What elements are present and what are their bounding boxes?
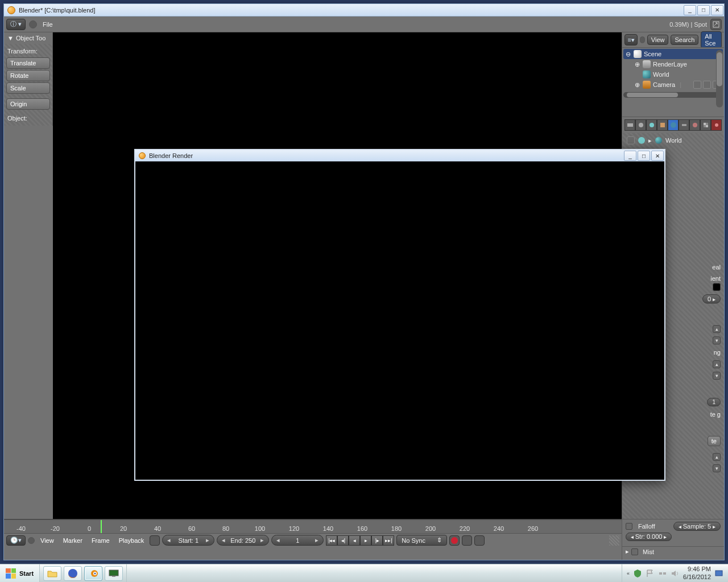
stepper-down-icon[interactable]: ▾ [713, 336, 721, 344]
info-editor-type-dropdown[interactable]: ⓘ ▾ [6, 19, 26, 30]
render-titlebar[interactable]: Blender Render _ □ ✕ [135, 150, 664, 161]
outliner-node-world[interactable]: World [632, 69, 723, 80]
timeline-menu-frame[interactable]: Frame [88, 536, 113, 545]
tray-expand-icon[interactable]: « [627, 571, 630, 576]
svg-point-2 [639, 123, 643, 127]
origin-button[interactable]: Origin [6, 98, 50, 110]
timeline-header: 🕒▾ View Marker Frame Playback ◂Start: 1▸… [4, 533, 622, 547]
tab-scene[interactable] [635, 119, 646, 131]
back-to-previous-icon[interactable] [710, 19, 722, 30]
toolshelf-header[interactable]: ▼ Object Too [4, 32, 52, 44]
str-field[interactable]: ◂ Str: 0.000 ▸ [626, 533, 672, 541]
stepper-up-icon[interactable]: ▴ [713, 453, 721, 461]
keying-set-icon-2[interactable] [474, 535, 485, 546]
play-reverse-button[interactable]: ◂ [349, 535, 360, 546]
show-desktop-icon[interactable] [714, 569, 723, 578]
expand-icon[interactable]: ⊕ [635, 81, 640, 89]
mist-checkbox[interactable] [631, 548, 638, 555]
disclosure-icon[interactable]: ▸ [626, 548, 629, 555]
minimize-button[interactable]: _ [684, 5, 696, 15]
outliner-display-mode[interactable]: All Sce [701, 31, 722, 48]
stepper-up-icon[interactable]: ▴ [713, 360, 721, 368]
tab-object[interactable] [657, 119, 668, 131]
world-bread-icon[interactable] [655, 137, 662, 144]
value-field-0[interactable]: 0 ▸ [702, 294, 721, 304]
pin-icon[interactable] [627, 136, 635, 144]
outliner-h-scrollbar[interactable] [623, 92, 723, 98]
render-window[interactable]: Blender Render _ □ ✕ [134, 149, 665, 481]
clock[interactable]: 9:46 PM 6/16/2012 [683, 566, 711, 580]
tab-constraints[interactable] [679, 119, 689, 131]
flag-icon[interactable] [646, 569, 655, 578]
jump-end-button[interactable]: ▸▸| [383, 535, 394, 546]
selectable-icon[interactable] [703, 81, 711, 89]
stepper-down-icon[interactable]: ▾ [713, 372, 721, 380]
main-titlebar[interactable]: Blender* [C:\tmp\quit.blend] _ □ ✕ [4, 4, 724, 16]
timeline-menu-view[interactable]: View [37, 536, 57, 545]
tab-material[interactable] [689, 119, 700, 131]
end-frame-field[interactable]: ◂End: 250▸ [217, 535, 269, 546]
link-icon[interactable] [640, 36, 645, 43]
falloff-checkbox[interactable] [626, 523, 632, 530]
render-result-view[interactable] [135, 161, 664, 480]
expand-icon[interactable]: ⊖ [626, 51, 631, 58]
outliner-node-renderlayers[interactable]: ⊕ RenderLaye [632, 59, 723, 69]
keyframe-next-button[interactable]: |▸ [371, 535, 383, 546]
timeline-ruler[interactable]: -40-200204060801001201401601802002202402… [4, 519, 622, 533]
tab-world[interactable] [668, 119, 679, 131]
tab-physics[interactable] [711, 119, 722, 131]
rotate-button[interactable]: Rotate [6, 70, 50, 81]
area-drag-corner[interactable] [609, 535, 619, 546]
timeline-menu-marker[interactable]: Marker [60, 536, 86, 545]
jump-start-button[interactable]: |◂◂ [326, 535, 337, 546]
taskbar-explorer[interactable] [43, 566, 61, 581]
sync-mode-dropdown[interactable]: No Sync⇕ [396, 535, 447, 546]
te-button[interactable]: te [708, 436, 721, 446]
security-icon[interactable] [633, 569, 642, 578]
close-button[interactable]: ✕ [711, 5, 723, 15]
sample-field[interactable]: ◂ Sample: 5 ▸ [673, 522, 721, 531]
falloff-label: Falloff [638, 523, 655, 530]
tab-render[interactable] [624, 119, 635, 131]
stepper-down-icon[interactable]: ▾ [713, 464, 721, 472]
start-button[interactable]: Start [0, 564, 40, 583]
maximize-button[interactable]: □ [697, 5, 710, 15]
world-breadcrumb-label[interactable]: World [665, 137, 682, 144]
timeline-editor-type-dropdown[interactable]: 🕒▾ [6, 535, 26, 546]
scale-button[interactable]: Scale [6, 82, 50, 94]
outliner-search-menu[interactable]: Search [671, 35, 698, 45]
play-button[interactable]: ▸ [360, 535, 371, 546]
outliner-v-scrollbar[interactable] [716, 50, 723, 107]
render-minimize-button[interactable]: _ [624, 151, 636, 161]
outliner-view-menu[interactable]: View [647, 35, 669, 45]
scene-bread-icon[interactable] [638, 137, 645, 144]
stepper-up-icon[interactable]: ▴ [713, 325, 721, 333]
link-icon[interactable] [29, 20, 37, 28]
tab-world-small[interactable] [646, 119, 657, 131]
taskbar-monitor[interactable] [105, 566, 123, 581]
render-maximize-button[interactable]: □ [638, 151, 650, 161]
expand-icon[interactable]: ⊕ [635, 61, 640, 68]
network-icon[interactable] [658, 569, 667, 578]
render-close-button[interactable]: ✕ [651, 151, 664, 161]
outliner-node-camera[interactable]: ⊕ Camera | [632, 80, 723, 90]
start-frame-field[interactable]: ◂Start: 1▸ [162, 535, 214, 546]
taskbar-firefox[interactable] [64, 566, 82, 581]
num-field-1[interactable]: 1 [707, 398, 721, 406]
taskbar-blender[interactable] [84, 566, 102, 581]
timeline-menu-playback[interactable]: Playback [115, 536, 148, 545]
link-icon[interactable] [28, 537, 35, 544]
tab-texture[interactable] [700, 119, 711, 131]
volume-icon[interactable] [671, 569, 680, 578]
keying-set-icon[interactable] [462, 535, 472, 546]
outliner-editor-type-dropdown[interactable]: ≡▾ [624, 34, 638, 45]
keyframe-prev-button[interactable]: ◂| [337, 535, 349, 546]
ambient-color-swatch[interactable] [713, 283, 721, 291]
menu-file[interactable]: File [40, 21, 55, 28]
auto-keyframe-button[interactable] [449, 535, 460, 546]
outliner-node-scene[interactable]: ⊖ Scene [623, 49, 723, 59]
current-frame-field[interactable]: ◂1▸ [271, 535, 324, 546]
translate-button[interactable]: Translate [6, 57, 50, 69]
visibility-icon[interactable] [693, 81, 701, 89]
clock-icon[interactable] [150, 535, 160, 546]
